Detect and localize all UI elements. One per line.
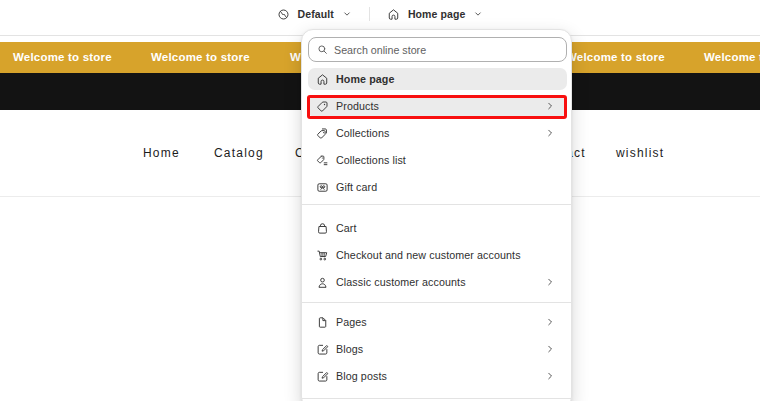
menu-item-cart[interactable]: Cart [308, 217, 567, 239]
menu-item-label: Home page [336, 73, 395, 85]
menu-item-label: Collections [336, 127, 389, 139]
menu-item-label: Blog posts [336, 370, 387, 382]
chevron-down-icon [473, 9, 483, 19]
gift-card-icon [316, 181, 329, 194]
menu-item-label: Blogs [336, 343, 363, 355]
menu-item-collections[interactable]: Collections [308, 122, 567, 144]
menu-item-label: Collections list [336, 154, 406, 166]
menu-divider [302, 204, 571, 205]
announcement-text: Welcome to store [151, 42, 250, 73]
menu-item-checkout[interactable]: Checkout and new customer accounts [308, 244, 567, 266]
chevron-right-icon [545, 317, 555, 327]
announcement-text: Welcome to store [566, 42, 665, 73]
theme-globe-icon [277, 8, 290, 21]
chevron-right-icon [545, 277, 555, 287]
screen: Default Home page Welcome to store Welco… [0, 0, 760, 401]
home-icon [387, 8, 400, 21]
menu-item-label: Checkout and new customer accounts [336, 249, 521, 261]
menu-item-label: Gift card [336, 181, 377, 193]
theme-selector-label: Default [298, 8, 334, 20]
announcement-text: Welcome to store [704, 42, 760, 73]
menu-item-classic-accounts[interactable]: Classic customer accounts [308, 271, 567, 293]
bag-icon [316, 222, 329, 235]
menu-item-label: Cart [336, 222, 357, 234]
topbar-divider [369, 7, 370, 21]
home-icon [316, 73, 329, 86]
page-selector-button[interactable]: Home page [387, 8, 484, 21]
page-selector-popover: Home page Products Colle [301, 29, 572, 401]
menu-item-label: Classic customer accounts [336, 276, 466, 288]
menu-item-gift-card[interactable]: Gift card [308, 176, 567, 198]
search-icon [317, 44, 328, 55]
menu-item-products[interactable]: Products [308, 95, 567, 117]
menu-item-label: Pages [336, 316, 367, 328]
search-input[interactable] [334, 44, 566, 56]
chevron-right-icon [545, 371, 555, 381]
collections-list-icon [316, 154, 329, 167]
menu-item-blogs[interactable]: Blogs [308, 338, 567, 360]
chevron-right-icon [545, 344, 555, 354]
compose-icon [316, 370, 329, 383]
cart-icon [316, 249, 329, 262]
chevron-right-icon [545, 101, 555, 111]
tag-icon [316, 100, 329, 113]
menu-divider [302, 302, 571, 303]
topbar-controls: Default Home page [0, 7, 760, 21]
page-icon [316, 316, 329, 329]
menu-item-blog-posts[interactable]: Blog posts [308, 365, 567, 387]
menu-divider [302, 398, 571, 399]
chevron-right-icon [545, 128, 555, 138]
collections-icon [316, 127, 329, 140]
page-selector-label: Home page [408, 8, 466, 20]
nav-link-catalog[interactable]: Catalog [214, 146, 264, 160]
chevron-down-icon [342, 9, 352, 19]
nav-link-home[interactable]: Home [143, 146, 180, 160]
menu-item-home-page[interactable]: Home page [308, 68, 567, 90]
menu-item-collections-list[interactable]: Collections list [308, 149, 567, 171]
menu-item-label: Products [336, 100, 379, 112]
theme-selector-button[interactable]: Default [277, 8, 352, 21]
person-icon [316, 276, 329, 289]
menu-item-pages[interactable]: Pages [308, 311, 567, 333]
compose-icon [316, 343, 329, 356]
search-field[interactable] [308, 37, 567, 62]
announcement-text: Welcome to store [13, 42, 112, 73]
nav-link-wishlist[interactable]: wishlist [616, 146, 664, 160]
